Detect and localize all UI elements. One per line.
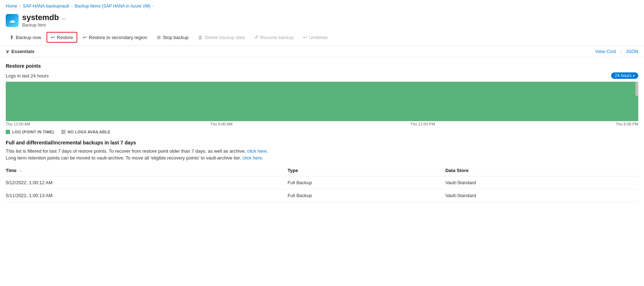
log-chart xyxy=(6,82,638,121)
page-header: ☁ systemdb ... Backup Item xyxy=(0,11,644,29)
undelete-label: Undelete xyxy=(309,35,328,40)
essentials-toggle[interactable]: ∨ Essentials xyxy=(6,49,34,54)
col-datastore-label: Data Store xyxy=(445,168,469,173)
page-title-block: systemdb ... Backup Item xyxy=(22,13,66,28)
legend-log-point-in-time: LOG (POINT IN TIME) xyxy=(6,130,54,134)
legend-green-dot xyxy=(6,130,10,134)
delete-backup-label: Delete backup data xyxy=(205,35,245,40)
json-link[interactable]: JSON xyxy=(626,49,638,54)
backup-now-button[interactable]: ⬆ Backup now xyxy=(6,32,45,42)
chart-scrollbar[interactable] xyxy=(635,82,638,96)
row1-datastore: Vault-Standard xyxy=(445,176,638,189)
info-line-1: This list is filtered for last 7 days of… xyxy=(6,148,638,154)
page-title: systemdb ... xyxy=(22,13,66,22)
restore-secondary-icon: ↩ xyxy=(83,34,87,40)
table-body: 5/12/2022, 1:00:12 AM Full Backup Vault-… xyxy=(6,176,638,202)
sort-icon-time[interactable]: ↑↓ xyxy=(19,169,23,173)
x-label-2: Thu 6:00 AM xyxy=(207,122,236,126)
table-row: 5/12/2022, 1:00:12 AM Full Backup Vault-… xyxy=(6,176,638,189)
stop-backup-icon: ⊘ xyxy=(157,34,161,40)
page-icon: ☁ xyxy=(6,14,19,27)
breadcrumb-sep-1: › xyxy=(19,4,21,8)
main-content: Restore points Logs in last 24 hours 24 … xyxy=(0,57,644,208)
row2-time: 5/11/2022, 1:00:13 AM xyxy=(6,189,288,202)
legend-no-logs-label: NO LOGS AVAILABLE xyxy=(68,130,111,134)
legend-log-label: LOG (POINT IN TIME) xyxy=(12,130,54,134)
table-header-row: Time ↑↓ Type Data Store xyxy=(6,165,638,176)
essentials-links: View Cost | JSON xyxy=(595,49,638,54)
restore-icon: ↩ xyxy=(51,34,55,40)
resume-backup-icon: ↺ xyxy=(254,34,258,40)
restore-secondary-button[interactable]: ↩ Restore to secondary region xyxy=(79,32,151,42)
resume-backup-label: Resume backup xyxy=(260,35,294,40)
restore-button[interactable]: ↩ Restore xyxy=(47,32,78,43)
col-datastore: Data Store xyxy=(445,165,638,176)
stop-backup-label: Stop backup xyxy=(163,35,189,40)
click-here-link-1[interactable]: click here xyxy=(247,148,267,154)
table-row: 5/11/2022, 1:00:13 AM Full Backup Vault-… xyxy=(6,189,638,202)
x-label-1: Thu 12:00 AM xyxy=(6,122,34,126)
x-label-4: Thu 6:00 PM xyxy=(610,122,638,126)
page-title-text: systemdb xyxy=(22,13,59,22)
breadcrumb: Home › SAP-HANA-backupvault › Backup Ite… xyxy=(0,0,644,11)
logs-header: Logs in last 24 hours 24 hours ▾ xyxy=(6,72,638,79)
chart-x-axis: Thu 12:00 AM Thu 6:00 AM Thu 12:00 PM Th… xyxy=(6,121,638,127)
breadcrumb-items[interactable]: Backup Items (SAP HANA in Azure VM) xyxy=(75,4,151,9)
table-header: Time ↑↓ Type Data Store xyxy=(6,165,638,176)
view-cost-link[interactable]: View Cost xyxy=(595,49,616,54)
cloud-icon: ☁ xyxy=(9,16,15,24)
resume-backup-button[interactable]: ↺ Resume backup xyxy=(250,32,298,42)
essentials-bar: ∨ Essentials View Cost | JSON xyxy=(0,46,644,57)
backups-table: Time ↑↓ Type Data Store 5/12/2022, 1:00:… xyxy=(6,165,638,202)
legend-gray-dot xyxy=(61,130,65,134)
essentials-label: Essentials xyxy=(11,49,34,54)
col-time: Time ↑↓ xyxy=(6,165,288,176)
delete-backup-icon: 🗑 xyxy=(198,34,203,40)
breadcrumb-sep-3: › xyxy=(153,4,154,8)
hours-badge-button[interactable]: 24 hours ▾ xyxy=(611,72,638,79)
breadcrumb-sep-2: › xyxy=(71,4,73,8)
logs-label: Logs in last 24 hours xyxy=(6,73,49,78)
chart-area xyxy=(6,82,638,121)
info-line-2-text: Long term retention points can be moved … xyxy=(6,155,241,161)
restore-secondary-label: Restore to secondary region xyxy=(89,35,147,40)
chart-background xyxy=(6,82,638,121)
page-subtitle: Backup Item xyxy=(22,23,66,28)
stop-backup-button[interactable]: ⊘ Stop backup xyxy=(153,32,192,42)
chevron-down-icon: ∨ xyxy=(6,49,9,54)
delete-backup-data-button[interactable]: 🗑 Delete backup data xyxy=(194,32,249,42)
more-options-icon[interactable]: ... xyxy=(62,15,66,20)
backup-now-icon: ⬆ xyxy=(10,34,14,40)
hours-badge-label: 24 hours xyxy=(615,73,631,78)
restore-points-title: Restore points xyxy=(6,63,638,69)
click-here-link-2[interactable]: click here xyxy=(243,155,262,161)
chart-legend: LOG (POINT IN TIME) NO LOGS AVAILABLE xyxy=(6,130,638,134)
undelete-icon: ↩ xyxy=(303,34,307,40)
breadcrumb-home[interactable]: Home xyxy=(6,4,17,9)
info-line-1-text: This list is filtered for last 7 days of… xyxy=(6,148,246,154)
row2-datastore: Vault-Standard xyxy=(445,189,638,202)
x-label-3: Thu 12:00 PM xyxy=(408,122,437,126)
col-type: Type xyxy=(288,165,445,176)
full-backups-title: Full and differential/incremental backup… xyxy=(6,140,638,146)
toolbar: ⬆ Backup now ↩ Restore ↩ Restore to seco… xyxy=(0,29,644,46)
backup-now-label: Backup now xyxy=(16,35,41,40)
col-type-label: Type xyxy=(288,168,298,173)
undelete-button[interactable]: ↩ Undelete xyxy=(299,32,332,42)
breadcrumb-vault[interactable]: SAP-HANA-backupvault xyxy=(23,4,69,9)
row2-type: Full Backup xyxy=(288,189,445,202)
hours-badge-caret: ▾ xyxy=(633,74,635,78)
legend-no-logs: NO LOGS AVAILABLE xyxy=(61,130,111,134)
restore-label: Restore xyxy=(57,35,73,40)
col-time-label: Time xyxy=(6,168,16,173)
row1-time: 5/12/2022, 1:00:12 AM xyxy=(6,176,288,189)
info-line-2: Long term retention points can be moved … xyxy=(6,155,638,161)
row1-type: Full Backup xyxy=(288,176,445,189)
